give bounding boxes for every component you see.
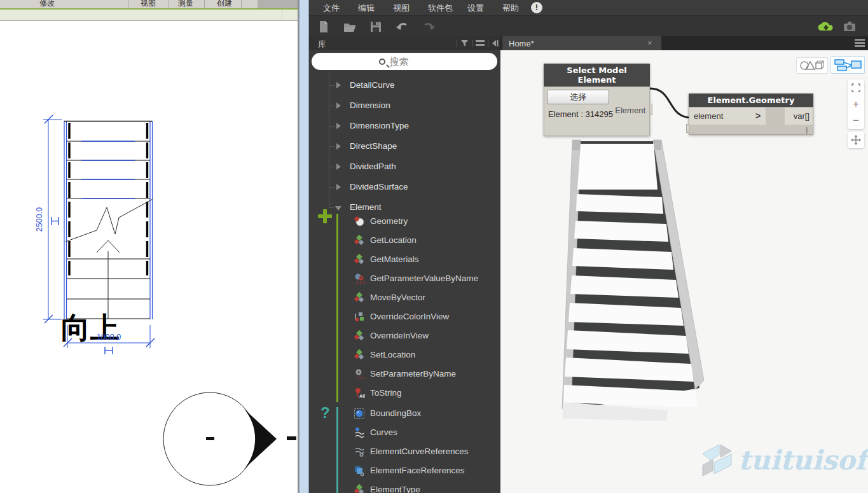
output-port-notch[interactable] [649, 104, 652, 115]
filter-icon[interactable] [460, 39, 469, 47]
graph-view-toggle[interactable] [830, 56, 865, 74]
element-action-icon [354, 235, 364, 246]
pan-button[interactable] [848, 132, 864, 148]
tab-home-label: Home* [509, 39, 534, 48]
output-port-element[interactable]: Element [615, 106, 645, 115]
ribbon-tab-modify[interactable]: 修改 [39, 0, 55, 9]
dynamo-body: DetailCurve Dimension DimensionType Dire… [309, 50, 868, 493]
dimension-vertical[interactable]: 2500.0 [35, 115, 62, 323]
list-view-icon[interactable] [476, 39, 485, 47]
element-action-icon [354, 330, 364, 341]
ribbon-contextual-block [258, 0, 299, 8]
output-port-var[interactable]: var[] [785, 108, 813, 125]
element-action-icon [354, 254, 364, 265]
lib-node-overrideinview[interactable]: OverrideInView [309, 330, 500, 342]
lib-node-overridecolorinview[interactable]: OverrideColorInView [309, 310, 500, 323]
select-button[interactable]: 选择 [547, 90, 609, 104]
lib-node-elementtype[interactable]: ElementType [309, 483, 500, 493]
watermark-brand: tuituisoft [738, 445, 868, 476]
library-panel: DetailCurve Dimension DimensionType Dire… [309, 50, 500, 493]
lacing-indicator: | [806, 127, 808, 134]
ribbon-tab-view[interactable]: 视图 [141, 0, 156, 9]
node-select-model-element[interactable]: Select Model Element 选择 Element Element … [544, 64, 650, 136]
menu-view[interactable]: 视图 [393, 3, 410, 14]
lib-node-tostring[interactable]: AB ToString [309, 387, 500, 399]
graph-view-icon [831, 57, 864, 73]
revit-window: 修改 视图 测量 创建 [0, 0, 299, 493]
dynamo-window-border [299, 0, 309, 493]
menu-help[interactable]: 帮助 [502, 3, 519, 14]
save-icon[interactable] [369, 20, 383, 34]
node-title[interactable]: Element.Geometry [689, 94, 813, 107]
lib-node-movebyvector[interactable]: MoveByVector [309, 291, 500, 304]
watermark: tuituisoft.com [701, 442, 867, 488]
lib-node-boundingbox[interactable]: BoundingBox [309, 407, 500, 420]
library-header: 库 [309, 36, 500, 50]
geometry-icon [354, 216, 364, 226]
fit-view-icon [851, 83, 860, 92]
tab-separator [128, 0, 128, 8]
node-element-geometry[interactable]: Element.Geometry element > var[] | [689, 94, 813, 135]
ribbon-tab-measure[interactable]: 测量 [178, 0, 193, 9]
lib-category-detailcurve[interactable]: DetailCurve [309, 79, 500, 92]
chevron-down-icon [335, 205, 341, 211]
geometry-view-toggle[interactable] [796, 57, 828, 74]
new-file-icon[interactable] [317, 20, 331, 34]
menu-edit[interactable]: 编辑 [358, 3, 375, 14]
camera-icon[interactable] [843, 20, 857, 34]
tab-home[interactable]: Home* × [502, 36, 661, 50]
package-cloud-icon[interactable] [816, 20, 836, 34]
open-file-icon[interactable] [343, 20, 357, 34]
tab-close-icon[interactable]: × [647, 38, 652, 48]
notification-icon[interactable]: ! [531, 2, 542, 13]
lib-node-geometry[interactable]: Geometry [309, 215, 500, 228]
lib-node-setlocation[interactable]: SetLocation [309, 349, 500, 361]
parameter-gear-icon: 1.2.3 [354, 368, 365, 380]
svg-text:1.2.3: 1.2.3 [357, 376, 365, 380]
lib-category-element[interactable]: Element [309, 201, 500, 214]
zoom-out-button[interactable]: − [848, 113, 864, 129]
color-squares-icon [354, 311, 364, 322]
menu-packages[interactable]: 软件包 [428, 3, 453, 14]
lib-node-getlocation[interactable]: GetLocation [309, 234, 500, 247]
menu-settings[interactable]: 设置 [467, 3, 484, 14]
lib-category-dimensiontype[interactable]: DimensionType [309, 120, 500, 132]
undo-icon[interactable] [396, 20, 410, 34]
lib-node-setparameterbyname[interactable]: 1.2.3 SetParameterByName [309, 368, 500, 380]
lib-category-dividedsurface[interactable]: DividedSurface [309, 181, 500, 193]
workspace-canvas[interactable]: Select Model Element 选择 Element Element … [500, 50, 868, 493]
section-marker[interactable] [163, 392, 296, 485]
node-title[interactable]: Select Model Element [544, 64, 650, 87]
lib-category-directshape[interactable]: DirectShape [309, 140, 500, 153]
lib-node-elementfacereferences[interactable]: ElementFaceReferences [309, 464, 500, 477]
workspace-menu-icon[interactable] [855, 39, 865, 47]
revit-option-bar [0, 10, 299, 21]
chevron-right-icon [336, 102, 341, 109]
input-port-notch[interactable] [686, 124, 689, 133]
fit-view-button[interactable] [848, 80, 864, 96]
input-port-element[interactable]: element [689, 108, 766, 125]
menu-file[interactable]: 文件 [323, 3, 340, 14]
redo-icon[interactable] [422, 20, 436, 34]
collapse-panel-icon[interactable] [491, 39, 499, 47]
tab-separator [169, 0, 169, 8]
dynamo-toolbar [309, 15, 868, 36]
revit-drawing-area[interactable]: 向上 2500.0 1000.0 [0, 21, 299, 493]
lib-category-dimension[interactable]: Dimension [309, 99, 500, 112]
stair-plan[interactable]: 向上 [61, 121, 153, 345]
lib-node-elementcurvereferences[interactable]: ElementCurveReferences [309, 445, 500, 458]
zoom-controls: + − [848, 80, 864, 129]
library-search[interactable] [312, 53, 497, 70]
ribbon-tab-create[interactable]: 创建 [217, 0, 232, 9]
lib-node-getmaterials[interactable]: GetMaterials [309, 253, 500, 266]
lib-node-curves[interactable]: Curves [309, 426, 500, 439]
parameter-gear-icon: 1.2.3 [354, 273, 365, 284]
lib-node-getparametervaluebyname[interactable]: 1.2.3 GetParameterValueByName [309, 272, 500, 285]
chevron-right-icon [336, 163, 341, 170]
element-action-icon [354, 349, 364, 360]
search-input[interactable] [390, 56, 431, 67]
zoom-in-button[interactable]: + [848, 96, 864, 113]
lib-category-dividedpath[interactable]: DividedPath [309, 160, 500, 173]
element-action-icon [354, 292, 364, 303]
curves-icon [354, 427, 365, 438]
